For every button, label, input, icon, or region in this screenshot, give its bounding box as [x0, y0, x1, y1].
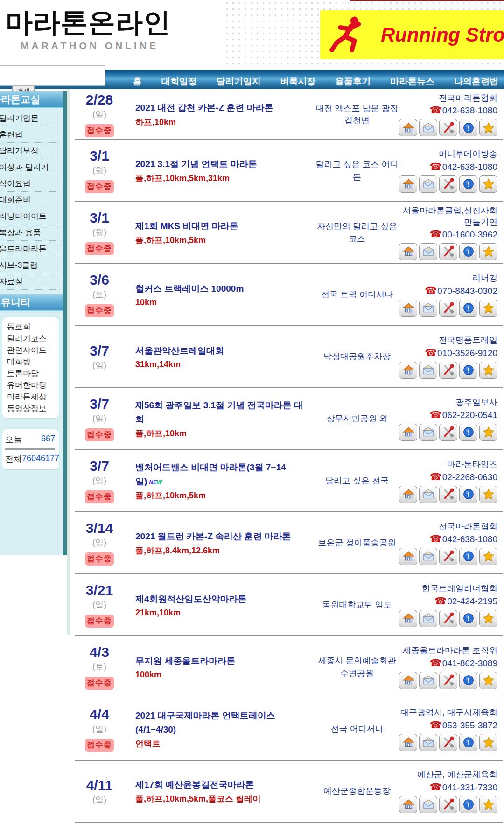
mail-icon[interactable] — [419, 610, 437, 627]
home-icon[interactable] — [399, 610, 417, 627]
home-icon[interactable] — [399, 175, 417, 193]
star-icon[interactable] — [479, 672, 497, 689]
home-icon[interactable] — [399, 362, 417, 379]
mail-icon[interactable] — [419, 548, 437, 565]
race-title-link[interactable]: 2021 월드런 카본-Z 속리산 훈련 마라톤NEW — [135, 530, 310, 543]
race-title-link[interactable]: 제1회 MKS 비대면 마라톤NEW — [135, 219, 310, 233]
race-title-link[interactable]: 2021 3.1절 기념 언택트 마라톤NEW — [135, 157, 310, 171]
info-icon[interactable]: ! — [459, 362, 477, 379]
sidebar-item-race-prep[interactable]: 대회준비 — [0, 192, 60, 208]
sidebar-item-running-intro[interactable]: 달리기입문 — [0, 110, 60, 126]
sidebar-item-running-diet[interactable]: 러닝다이어트 — [0, 208, 60, 224]
info-icon[interactable]: ! — [459, 300, 477, 317]
mail-icon[interactable] — [419, 243, 437, 260]
mail-icon[interactable] — [419, 119, 437, 136]
mail-icon[interactable] — [419, 300, 437, 317]
tools-icon[interactable] — [439, 243, 457, 260]
community-item-chat[interactable]: 대화방 — [7, 356, 55, 368]
info-icon[interactable]: ! — [459, 672, 477, 689]
tools-icon[interactable] — [439, 734, 457, 751]
community-item-courses[interactable]: 달리기코스 — [7, 333, 55, 344]
sidebar-item-apparel-gear[interactable]: 복장과 용품 — [0, 224, 60, 241]
tools-icon[interactable] — [439, 362, 457, 379]
sidebar-item-women-running[interactable]: 여성과 달리기 — [0, 159, 60, 175]
info-icon[interactable]: ! — [459, 486, 477, 503]
tools-icon[interactable] — [439, 672, 457, 689]
star-icon[interactable] — [479, 300, 497, 317]
star-icon[interactable] — [479, 796, 497, 813]
race-title-link[interactable]: 2021 대전 갑천 카본-Z 훈련 마라톤NEW — [135, 101, 310, 114]
mail-icon[interactable] — [419, 175, 437, 193]
tools-icon[interactable] — [439, 548, 457, 565]
community-item-humor[interactable]: 유머한마당 — [7, 379, 55, 391]
home-icon[interactable] — [399, 119, 417, 136]
community-item-forum[interactable]: 토론마당 — [7, 368, 55, 379]
race-title-link[interactable]: 제56회 광주일보 3.1절 기념 전국마라톤 대회NEW — [135, 398, 310, 426]
race-title-link[interactable]: 벤처어드밴스 비대면 마라톤(3월 7~14일)NEW — [135, 461, 310, 488]
search-input[interactable] — [0, 65, 105, 86]
star-icon[interactable] — [479, 486, 497, 503]
home-icon[interactable] — [399, 424, 417, 441]
running-store-banner[interactable]: Running Stro — [320, 10, 504, 59]
star-icon[interactable] — [479, 362, 497, 379]
info-icon[interactable]: ! — [459, 243, 477, 260]
mail-icon[interactable] — [419, 486, 437, 503]
tools-icon[interactable] — [439, 424, 457, 441]
race-title-link[interactable]: 2021 대구국제마라톤 언택트레이스 (4/1~4/30)NEW — [135, 709, 310, 736]
tools-icon[interactable] — [439, 796, 457, 813]
mail-icon[interactable] — [419, 672, 437, 689]
nav-flea-market[interactable]: 벼룩시장 — [280, 76, 315, 88]
home-icon[interactable] — [399, 486, 417, 503]
star-icon[interactable] — [479, 119, 497, 136]
community-item-clubs[interactable]: 동호회 — [7, 321, 55, 333]
tools-icon[interactable] — [439, 610, 457, 627]
race-title-link[interactable]: 제4회원적산임도산악마라톤NEW — [135, 592, 310, 606]
home-icon[interactable] — [399, 734, 417, 751]
info-icon[interactable]: ! — [459, 796, 477, 813]
race-title-link[interactable]: 무지원 세종울트라마라톤NEW — [135, 654, 310, 668]
sidebar-item-diet-therapy[interactable]: 식이요법 — [0, 175, 60, 192]
tools-icon[interactable] — [439, 119, 457, 136]
home-icon[interactable] — [399, 796, 417, 813]
mail-icon[interactable] — [419, 362, 437, 379]
star-icon[interactable] — [479, 243, 497, 260]
sidebar-item-ultramarathon[interactable]: 울트라마라톤 — [0, 241, 60, 257]
community-item-video-info[interactable]: 동영상정보 — [7, 403, 55, 414]
tools-icon[interactable] — [439, 300, 457, 317]
nav-my-training[interactable]: 나의훈련법 — [454, 76, 498, 88]
sidebar-item-injury[interactable]: 달리기부상 — [0, 143, 60, 159]
nav-marathon-news[interactable]: 마라톤뉴스 — [390, 76, 434, 88]
home-icon[interactable] — [399, 243, 417, 260]
mail-icon[interactable] — [419, 734, 437, 751]
nav-race-calendar[interactable]: 대회일정 — [161, 76, 197, 88]
info-icon[interactable]: ! — [459, 424, 477, 441]
info-icon[interactable]: ! — [459, 548, 477, 565]
star-icon[interactable] — [479, 734, 497, 751]
star-icon[interactable] — [479, 610, 497, 627]
nav-gear-reviews[interactable]: 용품후기 — [335, 76, 371, 88]
info-icon[interactable]: ! — [459, 119, 477, 136]
sidebar-item-archive[interactable]: 자료실 — [0, 273, 60, 290]
nav-home[interactable]: 홈 — [133, 76, 142, 88]
star-icon[interactable] — [479, 175, 497, 193]
sidebar-item-sub3-club[interactable]: 서브-3클럽 — [0, 257, 60, 273]
star-icon[interactable] — [479, 548, 497, 565]
mail-icon[interactable] — [419, 796, 437, 813]
tools-icon[interactable] — [439, 486, 457, 503]
tools-icon[interactable] — [439, 175, 457, 193]
mail-icon[interactable] — [419, 424, 437, 441]
community-item-marathon-world[interactable]: 마라톤세상 — [7, 391, 55, 403]
home-icon[interactable] — [399, 548, 417, 565]
sidebar-item-training[interactable]: 훈련법 — [0, 126, 60, 143]
nav-running-log[interactable]: 달리기일지 — [217, 76, 261, 88]
race-title-link[interactable]: 헐커스 트랙레이스 10000mNEW — [135, 282, 310, 295]
info-icon[interactable]: ! — [459, 175, 477, 193]
star-icon[interactable] — [479, 424, 497, 441]
home-icon[interactable] — [399, 672, 417, 689]
race-title-link[interactable]: 제17회 예산윤봉길전국마라톤NEW — [135, 778, 310, 791]
info-icon[interactable]: ! — [459, 734, 477, 751]
info-icon[interactable]: ! — [459, 610, 477, 627]
community-item-related-sites[interactable]: 관련사이트 — [7, 344, 55, 356]
home-icon[interactable] — [399, 300, 417, 317]
race-title-link[interactable]: 서울관악산트레일대회NEW — [135, 344, 310, 357]
